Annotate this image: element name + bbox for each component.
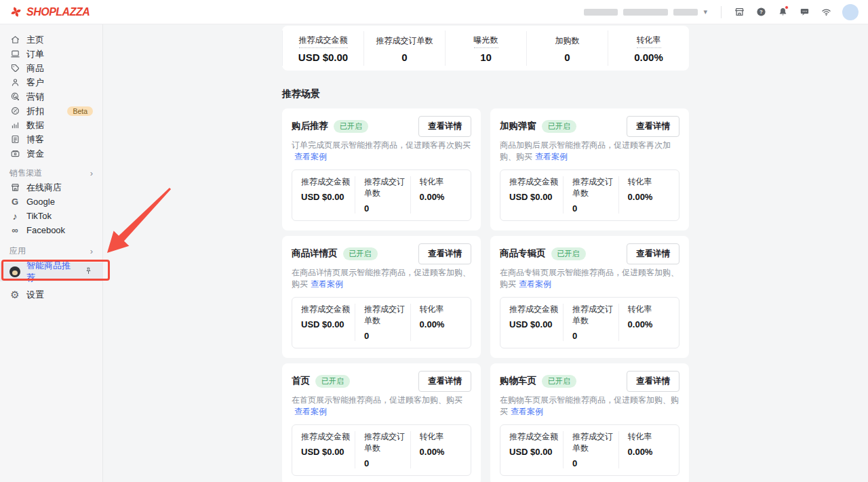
- home-icon: [9, 35, 20, 45]
- metric-value: 0.00%: [628, 447, 679, 457]
- overview-metric: 推荐成交金额 USD $0.00: [282, 31, 363, 66]
- chevron-down-icon: ▾: [703, 7, 707, 16]
- scene-card: 首页 已开启 查看详情 在首页展示智能推荐商品，促进顾客加购、购买查看案例 推荐…: [282, 363, 481, 482]
- analytics-icon: [9, 120, 20, 131]
- view-case-link[interactable]: 查看案例: [294, 152, 327, 161]
- scene-card-description: 在首页展示智能推荐商品，促进顾客加购、购买: [292, 395, 462, 405]
- metric-value: 0.00%: [420, 319, 471, 329]
- blog-icon: [9, 134, 20, 145]
- overview-metric-label: 推荐成交订单数: [376, 35, 433, 48]
- help-icon[interactable]: ?: [752, 3, 770, 21]
- scene-metrics-box: 推荐成交金额 USD $0.00 推荐成交订单数 0 转化率 0.00%: [292, 169, 471, 221]
- orders-icon: [9, 49, 20, 60]
- status-badge: 已开启: [343, 247, 378, 260]
- overview-metrics-panel: 推荐成交金额 USD $0.00 推荐成交订单数 0 曝光数 10 加购数 0: [282, 26, 689, 71]
- metric-value: 0.00%: [628, 319, 679, 329]
- sidebar-item-label: 营销: [26, 91, 44, 103]
- scene-card: 加购弹窗 已开启 查看详情 商品加购后展示智能推荐商品，促进顾客再次加购、购买查…: [490, 108, 689, 230]
- metric-label: 推荐成交金额: [509, 176, 563, 188]
- sidebar-item-label: 智能商品推荐: [26, 260, 78, 284]
- overview-metric-label: 推荐成交金额: [299, 35, 348, 48]
- sidebar-item-label: 主页: [26, 34, 44, 46]
- metric-label: 转化率: [628, 176, 679, 188]
- view-case-link[interactable]: 查看案例: [311, 279, 343, 289]
- funds-icon: [9, 148, 20, 159]
- view-details-button[interactable]: 查看详情: [418, 116, 471, 137]
- sidebar-item[interactable]: ♪ TikTok: [0, 209, 102, 223]
- scene-card-description: 订单完成页展示智能推荐商品，促进顾客再次购买: [292, 140, 471, 150]
- shoplazza-pinwheel-icon: [9, 5, 22, 18]
- metric-label: 推荐成交订单数: [572, 304, 618, 327]
- tiktok-icon: ♪: [9, 211, 20, 222]
- scene-metrics-box: 推荐成交金额 USD $0.00 推荐成交订单数 0 转化率 0.00%: [500, 424, 679, 476]
- sidebar-item[interactable]: 博客: [0, 132, 102, 146]
- sidebar-item-label: Google: [26, 197, 55, 207]
- view-details-button[interactable]: 查看详情: [627, 371, 679, 392]
- metric-value: USD $0.00: [301, 192, 355, 202]
- overview-metric: 转化率 0.00%: [608, 31, 689, 66]
- discount-icon: [9, 106, 20, 117]
- scene-card-title: 首页: [292, 375, 310, 387]
- metric-label: 推荐成交订单数: [572, 176, 618, 199]
- sidebar-item[interactable]: 订单: [0, 47, 102, 61]
- sidebar-item-smart-recommendation[interactable]: 智能商品推荐: [0, 262, 102, 281]
- sidebar-item-settings[interactable]: ⚙ 设置: [0, 287, 102, 302]
- sidebar-item[interactable]: 营销: [0, 89, 102, 104]
- sidebar-item[interactable]: 客户: [0, 75, 102, 89]
- sidebar-item[interactable]: 主页: [0, 33, 102, 47]
- view-details-button[interactable]: 查看详情: [627, 243, 679, 264]
- view-case-link[interactable]: 查看案例: [511, 407, 543, 416]
- sidebar-group-apps[interactable]: 应用 ›: [0, 244, 102, 258]
- main-content: 推荐成交金额 USD $0.00 推荐成交订单数 0 曝光数 10 加购数 0: [103, 24, 868, 482]
- metric-value: 0: [572, 203, 618, 214]
- storefront-icon[interactable]: [730, 3, 748, 21]
- sidebar-item[interactable]: ∞ Facebook: [0, 223, 102, 237]
- chevron-right-icon: ›: [90, 168, 93, 178]
- sidebar-item-label: 设置: [26, 289, 44, 301]
- metric-value: 0: [364, 331, 410, 341]
- view-case-link[interactable]: 查看案例: [294, 407, 327, 416]
- chat-icon[interactable]: [795, 3, 813, 21]
- sidebar-item-label: TikTok: [26, 211, 52, 221]
- scene-card-description: 商品加购后展示智能推荐商品，促进顾客再次加购、购买: [500, 140, 671, 161]
- metric-value: USD $0.00: [509, 319, 563, 329]
- sidebar-group-sales-channels[interactable]: 销售渠道 ›: [0, 166, 102, 180]
- sidebar-item[interactable]: 数据: [0, 118, 102, 132]
- overview-metric: 曝光数 10: [445, 31, 526, 66]
- metric-label: 转化率: [628, 431, 679, 443]
- divider: [721, 6, 722, 18]
- metric-label: 转化率: [420, 431, 471, 443]
- store-selector[interactable]: ▾: [584, 7, 714, 16]
- avatar[interactable]: [842, 4, 859, 20]
- scene-card-title: 购物车页: [500, 375, 536, 387]
- masked-store-name: [584, 9, 618, 16]
- overview-metric-label: 转化率: [637, 35, 661, 48]
- shoplazza-logo[interactable]: SHOPLAZZA: [9, 5, 90, 18]
- sidebar-item-label: Facebook: [26, 225, 65, 235]
- overview-metric-value: USD $0.00: [283, 52, 363, 63]
- sidebar-item[interactable]: 折扣 Beta: [0, 104, 102, 118]
- sidebar-item[interactable]: 在线商店: [0, 180, 102, 195]
- notifications-icon[interactable]: [774, 3, 791, 21]
- sidebar-item-label: 资金: [26, 148, 44, 160]
- wifi-icon[interactable]: [817, 3, 835, 21]
- sidebar-item[interactable]: 资金: [0, 146, 102, 161]
- sidebar-item[interactable]: 商品: [0, 61, 102, 75]
- metric-value: 0.00%: [420, 192, 471, 202]
- metric-label: 推荐成交订单数: [364, 176, 410, 199]
- sidebar-item[interactable]: G Google: [0, 195, 102, 209]
- products-icon: [9, 63, 20, 74]
- metric-label: 转化率: [420, 304, 471, 315]
- view-details-button[interactable]: 查看详情: [418, 371, 471, 392]
- pin-icon[interactable]: [84, 266, 93, 277]
- scene-card-title: 商品专辑页: [500, 247, 546, 260]
- metric-label: 推荐成交订单数: [364, 304, 410, 327]
- view-details-button[interactable]: 查看详情: [418, 243, 471, 264]
- scene-metrics-box: 推荐成交金额 USD $0.00 推荐成交订单数 0 转化率 0.00%: [500, 297, 679, 348]
- settings-icon: ⚙: [9, 289, 20, 300]
- view-case-link[interactable]: 查看案例: [519, 279, 551, 289]
- view-details-button[interactable]: 查看详情: [627, 116, 679, 137]
- metric-label: 推荐成交金额: [301, 176, 355, 188]
- view-case-link[interactable]: 查看案例: [535, 152, 568, 161]
- sidebar-main-nav: 主页 订单 商品 客户 营销: [0, 33, 102, 161]
